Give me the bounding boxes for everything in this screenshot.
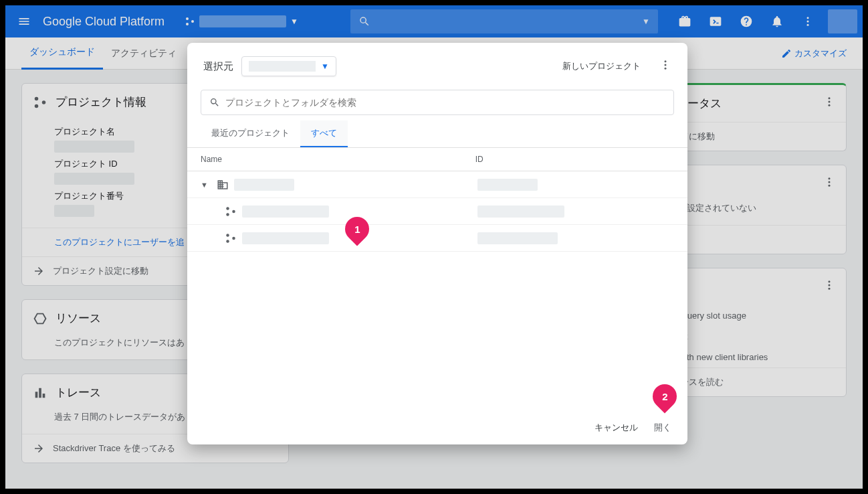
svg-point-22 <box>226 213 229 216</box>
svg-point-23 <box>232 210 235 213</box>
svg-point-20 <box>665 68 667 70</box>
row-name-redacted <box>242 232 329 244</box>
cancel-button[interactable]: キャンセル <box>594 422 638 434</box>
project-row[interactable] <box>187 225 687 252</box>
project-icon <box>225 232 237 244</box>
tab-all-projects[interactable]: すべて <box>300 120 348 147</box>
project-search[interactable] <box>201 90 674 115</box>
svg-point-18 <box>665 60 667 62</box>
project-row[interactable] <box>187 198 687 225</box>
svg-point-19 <box>665 64 667 66</box>
caret-down-icon: ▼ <box>321 62 329 71</box>
svg-point-21 <box>226 207 229 210</box>
project-search-input[interactable] <box>225 97 665 108</box>
row-name-redacted <box>234 179 294 191</box>
col-name: Name <box>201 155 475 164</box>
new-project-button[interactable]: 新しいプロジェクト <box>562 60 641 72</box>
org-name-redacted <box>249 61 316 72</box>
org-row[interactable]: ▼ <box>187 171 687 198</box>
modal-more-icon[interactable] <box>659 59 671 74</box>
row-id-redacted <box>477 205 564 218</box>
row-name-redacted <box>242 205 329 218</box>
row-id-redacted <box>477 179 538 191</box>
svg-point-25 <box>226 240 229 243</box>
project-picker-modal: 選択元 ▼ 新しいプロジェクト 最近のプロジェクト すべて Name ID ▼ <box>187 43 687 444</box>
svg-point-26 <box>232 236 235 240</box>
expand-icon[interactable]: ▼ <box>201 181 211 189</box>
search-icon <box>209 97 220 108</box>
organization-select[interactable]: ▼ <box>241 56 336 76</box>
svg-point-24 <box>226 234 229 237</box>
col-id: ID <box>475 155 674 164</box>
row-id-redacted <box>477 232 558 244</box>
modal-title: 選択元 <box>203 60 233 73</box>
project-icon <box>225 205 237 218</box>
organization-icon <box>217 179 229 191</box>
open-button[interactable]: 開く <box>654 422 671 434</box>
tab-recent-projects[interactable]: 最近のプロジェクト <box>201 120 300 147</box>
